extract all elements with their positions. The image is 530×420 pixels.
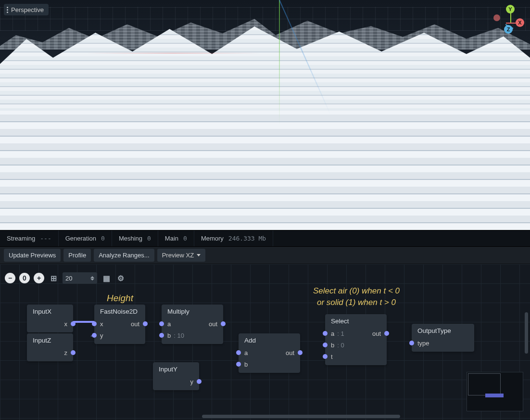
preview-mode-label: Preview XZ bbox=[162, 252, 194, 259]
node-add[interactable]: Add a out b bbox=[239, 333, 300, 373]
node-title: FastNoise2D bbox=[94, 305, 145, 318]
viewport-3d[interactable]: Perspective Y X Z bbox=[0, 0, 530, 230]
spinner-arrows-icon[interactable] bbox=[90, 276, 94, 280]
port-in-a[interactable] bbox=[323, 331, 328, 336]
node-graph[interactable]: Height Select air (0) when t < 0 or soli… bbox=[0, 264, 530, 420]
port-in-t[interactable] bbox=[323, 354, 328, 359]
zoom-out-button[interactable]: − bbox=[5, 273, 15, 283]
node-title: Select bbox=[325, 314, 387, 328]
node-title: Add bbox=[239, 333, 300, 347]
port-in-a[interactable] bbox=[236, 350, 241, 355]
node-outputtype[interactable]: OutputType type bbox=[412, 324, 474, 352]
port-out[interactable] bbox=[384, 331, 389, 336]
port-in-b[interactable] bbox=[159, 333, 164, 338]
gizmo-neg-axis[interactable] bbox=[493, 14, 500, 21]
graph-scrollbar-horizontal[interactable] bbox=[202, 415, 400, 418]
status-bar: Streaming --- Generation 0 Meshing 0 Mai… bbox=[0, 230, 530, 247]
node-title: Multiply bbox=[162, 305, 223, 318]
chevron-down-icon bbox=[197, 254, 201, 256]
port-in-x[interactable] bbox=[92, 321, 97, 326]
drag-handle-icon bbox=[7, 7, 8, 13]
port-out[interactable] bbox=[143, 321, 148, 326]
zoom-reset-button[interactable]: 0 bbox=[19, 273, 30, 283]
graph-settings-icon[interactable]: ⚙ bbox=[115, 273, 126, 283]
port-in-b[interactable] bbox=[323, 343, 328, 347]
terrain-render bbox=[0, 0, 530, 230]
node-title: OutputType bbox=[412, 324, 474, 337]
node-multiply[interactable]: Multiply a out b : 10 bbox=[162, 305, 223, 344]
status-streaming: Streaming --- bbox=[0, 230, 59, 246]
port-in-y[interactable] bbox=[92, 333, 97, 338]
gizmo-x-axis[interactable]: X bbox=[516, 18, 524, 27]
port-out[interactable] bbox=[71, 321, 76, 326]
port-out[interactable] bbox=[221, 321, 226, 326]
view-mode-label: Perspective bbox=[11, 6, 44, 13]
orientation-gizmo[interactable]: Y X Z bbox=[486, 5, 524, 43]
axis-x-line bbox=[87, 53, 260, 53]
node-inputy[interactable]: InputY y bbox=[153, 362, 199, 390]
graph-toolbar: Update Previews Profile Analyze Ranges..… bbox=[0, 247, 530, 264]
node-title: InputY bbox=[153, 362, 199, 376]
status-generation: Generation 0 bbox=[59, 230, 112, 246]
port-out[interactable] bbox=[71, 350, 76, 355]
port-in-type[interactable] bbox=[409, 341, 414, 345]
node-select[interactable]: Select a: 1 out b: 0 t bbox=[325, 314, 387, 365]
minimap-content bbox=[485, 394, 504, 397]
gizmo-z-axis[interactable]: Z bbox=[504, 25, 513, 34]
snap-toggle-icon[interactable]: ⊞ bbox=[48, 273, 59, 283]
port-out[interactable] bbox=[298, 350, 303, 355]
profile-button[interactable]: Profile bbox=[63, 249, 91, 262]
graph-iconbar: − 0 + ⊞ ▦ ⚙ bbox=[5, 272, 126, 284]
analyze-ranges-button[interactable]: Analyze Ranges... bbox=[94, 249, 154, 262]
graph-scrollbar-vertical[interactable] bbox=[525, 312, 528, 354]
axis-y-line bbox=[279, 0, 280, 125]
view-mode-chip[interactable]: Perspective bbox=[4, 4, 49, 15]
gizmo-y-axis[interactable]: Y bbox=[506, 5, 515, 13]
annotation-select-rule: Select air (0) when t < 0 or solid (1) w… bbox=[306, 285, 407, 308]
node-fastnoise2d[interactable]: FastNoise2D x out y bbox=[94, 305, 145, 344]
minimap-viewport bbox=[468, 373, 501, 395]
status-memory: Memory 246.333 Mb bbox=[194, 230, 273, 246]
node-title: InputZ bbox=[27, 333, 73, 347]
node-inputz[interactable]: InputZ z bbox=[27, 333, 73, 361]
node-inputx[interactable]: InputX x bbox=[27, 305, 73, 332]
node-title: InputX bbox=[27, 305, 73, 318]
graph-minimap[interactable] bbox=[467, 372, 523, 411]
grid-size-spinner[interactable] bbox=[63, 272, 97, 284]
port-out[interactable] bbox=[197, 379, 202, 384]
update-previews-button[interactable]: Update Previews bbox=[4, 249, 61, 262]
preview-mode-select[interactable]: Preview XZ bbox=[157, 249, 205, 262]
layers-icon[interactable]: ▦ bbox=[101, 273, 112, 283]
annotation-height: Height bbox=[107, 292, 133, 305]
zoom-in-button[interactable]: + bbox=[34, 273, 44, 283]
port-in-a[interactable] bbox=[159, 321, 164, 326]
grid-size-input[interactable] bbox=[65, 275, 87, 282]
status-meshing: Meshing 0 bbox=[112, 230, 158, 246]
port-in-b[interactable] bbox=[236, 362, 241, 367]
status-main: Main 0 bbox=[158, 230, 194, 246]
